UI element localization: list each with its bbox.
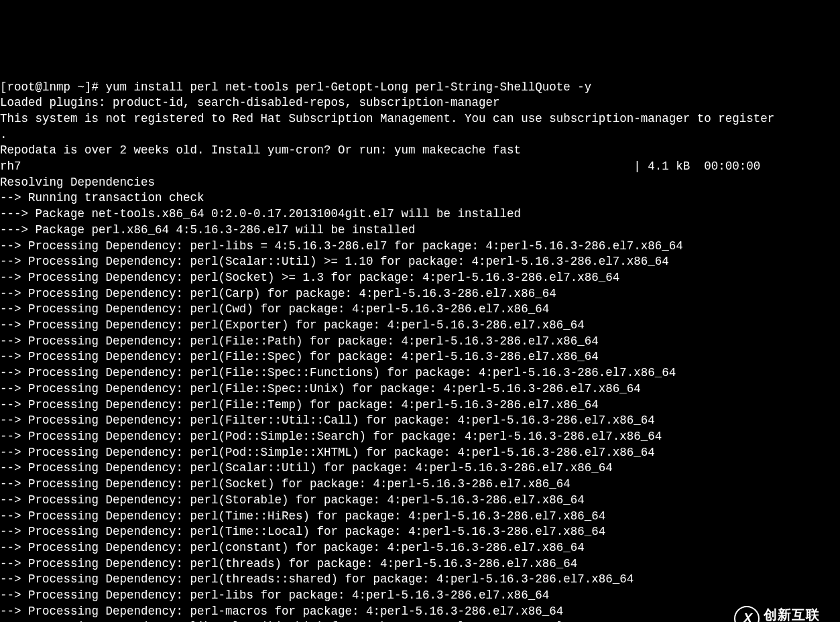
- terminal-line: --> Processing Dependency: perl(Filter::…: [0, 413, 840, 429]
- terminal-line: --> Processing Dependency: perl(threads:…: [0, 572, 840, 588]
- terminal-line: --> Processing Dependency: perl-libs for…: [0, 588, 840, 604]
- terminal-line: --> Processing Dependency: perl(Time::Lo…: [0, 524, 840, 540]
- terminal-line: --> Processing Dependency: perl(threads)…: [0, 556, 840, 572]
- watermark-cn: 创新互联: [764, 608, 833, 622]
- terminal-line: --> Processing Dependency: perl(Storable…: [0, 493, 840, 509]
- watermark-logo-icon: X: [734, 606, 760, 622]
- terminal-line: --> Processing Dependency: perl(Cwd) for…: [0, 302, 840, 318]
- terminal-line: --> Processing Dependency: perl(Carp) fo…: [0, 286, 840, 302]
- terminal-line: --> Processing Dependency: perl(Time::Hi…: [0, 509, 840, 525]
- terminal-line: --> Processing Dependency: perl(Pod::Sim…: [0, 429, 840, 445]
- terminal-line: --> Processing Dependency: perl-libs = 4…: [0, 239, 840, 255]
- watermark-logo-text: X: [743, 611, 751, 622]
- terminal-line: --> Processing Dependency: perl(Socket) …: [0, 477, 840, 493]
- terminal-line: --> Processing Dependency: perl(File::Sp…: [0, 349, 840, 365]
- terminal-line: Repodata is over 2 weeks old. Install yu…: [0, 143, 840, 159]
- terminal-output[interactable]: [root@lnmp ~]# yum install perl net-tool…: [0, 80, 840, 622]
- terminal-line: This system is not registered to Red Hat…: [0, 111, 840, 127]
- terminal-line: ---> Package perl.x86_64 4:5.16.3-286.el…: [0, 223, 840, 239]
- terminal-line: ---> Package net-tools.x86_64 0:2.0-0.17…: [0, 206, 840, 223]
- terminal-line: --> Processing Dependency: perl(Pod::Sim…: [0, 445, 840, 461]
- terminal-line: --> Processing Dependency: perl(Exporter…: [0, 318, 840, 334]
- terminal-line: --> Processing Dependency: perl(File::Sp…: [0, 365, 840, 381]
- watermark: X 创新互联 CHUANG XIN HU LIAN: [734, 606, 833, 622]
- terminal-line: Resolving Dependencies: [0, 175, 840, 191]
- terminal-line: --> Running transaction check: [0, 190, 840, 206]
- terminal-line: --> Processing Dependency: libperl.so()(…: [0, 619, 840, 622]
- terminal-line: --> Processing Dependency: perl(Scalar::…: [0, 254, 840, 270]
- terminal-line: rh7 | 4.1 kB 00:00:00: [0, 159, 840, 175]
- terminal-line: --> Processing Dependency: perl(Scalar::…: [0, 460, 840, 477]
- terminal-line: --> Processing Dependency: perl(File::Sp…: [0, 381, 840, 397]
- terminal-line: --> Processing Dependency: perl(Socket) …: [0, 270, 840, 286]
- terminal-line: .: [0, 127, 840, 143]
- terminal-line: [root@lnmp ~]# yum install perl net-tool…: [0, 80, 840, 96]
- terminal-line: --> Processing Dependency: perl(File::Te…: [0, 397, 840, 414]
- terminal-line: --> Processing Dependency: perl(File::Pa…: [0, 334, 840, 350]
- terminal-line: Loaded plugins: product-id, search-disab…: [0, 95, 840, 111]
- terminal-line: --> Processing Dependency: perl(constant…: [0, 540, 840, 556]
- terminal-line: --> Processing Dependency: perl-macros f…: [0, 604, 840, 620]
- watermark-text: 创新互联 CHUANG XIN HU LIAN: [764, 608, 833, 622]
